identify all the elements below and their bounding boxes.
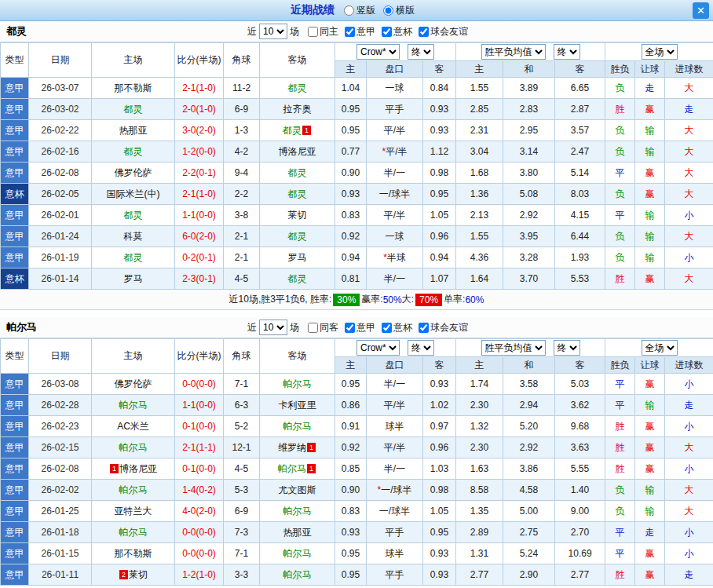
odds-company-select[interactable]: Crow* — [356, 44, 400, 60]
sub-column-header: 和 — [503, 61, 555, 78]
close-icon[interactable]: ✕ — [693, 2, 709, 19]
home-team-cell: 帕尔马 — [92, 480, 175, 501]
home-team-name: 都灵 — [124, 210, 143, 221]
layout-option-vertical[interactable]: 竖版 — [344, 4, 375, 17]
filter-option-3[interactable]: 意杯 — [382, 321, 412, 334]
avg-type-select[interactable]: 胜平负均值 — [481, 44, 546, 60]
handicap-cell: *一/球半 — [367, 480, 423, 501]
match-row: 意甲26-01-24科莫6-0(2-0)2-1都灵0.92一球0.961.553… — [1, 226, 713, 247]
match-count-select[interactable]: 10 — [259, 24, 287, 39]
sub-column-header: 主 — [335, 357, 367, 374]
filter-group: 近10场同主意甲意杯球会友谊 — [245, 24, 468, 39]
home-team-name: 热那亚 — [119, 125, 148, 136]
match-date-cell: 26-01-18 — [29, 522, 92, 543]
horizontal-radio[interactable] — [383, 5, 393, 16]
sub-column-header: 盘口 — [367, 61, 423, 78]
scope-controls: 全场 — [605, 43, 713, 61]
odds-final-select[interactable]: 终 — [408, 340, 434, 356]
odds-final-select[interactable]: 终 — [408, 44, 434, 60]
filter-option-3[interactable]: 意杯 — [382, 25, 412, 38]
team-section-header: 帕尔马近10场同客意甲意杯球会友谊 — [0, 317, 713, 338]
avg-final-select[interactable]: 终 — [554, 340, 580, 356]
avg-type-select[interactable]: 胜平负均值 — [481, 340, 546, 356]
home-odds-cell: 0.91 — [335, 416, 367, 437]
avg-away-cell: 6.65 — [555, 78, 605, 99]
away-team-name: 热那亚 — [283, 527, 312, 538]
filter-option-1[interactable]: 同客 — [308, 321, 338, 334]
page-title: 近期战绩 — [291, 3, 335, 17]
filter-checkbox[interactable] — [345, 323, 355, 333]
away-odds-cell: 0.93 — [423, 543, 456, 564]
match-date-cell: 26-03-07 — [29, 78, 92, 99]
filter-group: 近10场同客意甲意杯球会友谊 — [245, 320, 468, 335]
match-date-cell: 26-03-08 — [29, 374, 92, 395]
match-date-cell: 26-02-01 — [29, 205, 92, 226]
result-cell: 负 — [605, 120, 635, 141]
home-team-name: 帕尔马 — [119, 400, 148, 411]
team-section-header: 都灵近10场同主意甲意杯球会友谊 — [0, 21, 713, 42]
home-team-name: 博洛尼亚 — [119, 463, 157, 474]
filter-checkbox[interactable] — [345, 27, 355, 37]
avg-draw-cell: 3.95 — [503, 226, 555, 247]
summary-segment: 60% — [465, 294, 484, 305]
avg-home-cell: 2.30 — [456, 437, 503, 458]
filter-checkbox[interactable] — [419, 323, 429, 333]
handicap-result-cell: 走 — [635, 78, 665, 99]
filter-checkbox[interactable] — [308, 27, 318, 37]
home-team-cell: 都灵 — [92, 205, 175, 226]
avg-home-cell: 1.74 — [456, 374, 503, 395]
league-type-cell: 意甲 — [1, 437, 29, 458]
filter-option-1[interactable]: 同主 — [308, 25, 338, 38]
handicap-cell: 球半 — [367, 543, 423, 564]
filter-option-2[interactable]: 意甲 — [345, 25, 375, 38]
column-header: 日期 — [29, 43, 92, 78]
filter-option-4[interactable]: 球会友谊 — [419, 321, 468, 334]
match-count-select[interactable]: 10 — [259, 320, 287, 335]
sub-column-header: 让球 — [635, 61, 665, 78]
away-odds-cell: 0.97 — [423, 416, 456, 437]
layout-option-horizontal[interactable]: 横版 — [383, 4, 415, 17]
match-date-cell: 26-02-08 — [29, 458, 92, 480]
odds-company-select[interactable]: Crow* — [356, 340, 400, 356]
avg-final-select[interactable]: 终 — [554, 44, 580, 60]
filter-checkbox[interactable] — [308, 323, 318, 333]
home-team-cell: 都灵 — [92, 99, 175, 120]
scope-select[interactable]: 全场 — [642, 44, 678, 60]
league-type-cell: 意杯 — [1, 184, 29, 205]
match-row: 意甲26-02-16都灵1-2(0-0)4-2博洛尼亚0.77*平/半1.123… — [1, 141, 713, 163]
goals-result-cell: 小 — [665, 416, 713, 437]
games-label: 场 — [290, 321, 299, 334]
score-cell: 4-0(2-0) — [175, 501, 224, 522]
filter-checkbox[interactable] — [382, 27, 392, 37]
avg-home-cell: 2.89 — [456, 522, 503, 543]
handicap-cell: 平/半 — [367, 120, 423, 141]
handicap-cell: *平/半 — [367, 141, 423, 163]
away-odds-cell: 0.93 — [423, 99, 456, 120]
away-team-name: 都灵 — [283, 125, 302, 136]
goals-result-cell: 大 — [665, 78, 713, 99]
corner-cell: 12-1 — [224, 437, 260, 458]
handicap-cell: 平/半 — [367, 395, 423, 416]
league-type-cell: 意甲 — [1, 564, 29, 586]
filter-checkbox[interactable] — [419, 27, 429, 37]
avg-away-cell: 5.14 — [555, 163, 605, 184]
result-cell: 胜 — [605, 268, 635, 290]
filter-checkbox[interactable] — [382, 323, 392, 333]
filter-option-2[interactable]: 意甲 — [345, 321, 375, 334]
away-team-name: 帕尔马 — [283, 506, 312, 517]
filter-option-4[interactable]: 球会友谊 — [419, 25, 468, 38]
handicap-result-cell: 赢 — [635, 268, 665, 290]
vertical-radio[interactable] — [344, 5, 354, 16]
avg-draw-cell: 5.00 — [503, 501, 555, 522]
home-odds-cell: 0.95 — [335, 374, 367, 395]
avg-home-cell: 1.32 — [456, 416, 503, 437]
sub-column-header: 盘口 — [367, 357, 423, 374]
handicap-cell: 半/一 — [367, 163, 423, 184]
avg-home-cell: 1.63 — [456, 458, 503, 480]
filter-checkbox-label: 球会友谊 — [430, 321, 468, 334]
column-header: 角球 — [224, 339, 260, 374]
league-type-cell: 意甲 — [1, 416, 29, 437]
away-team-name: 维罗纳 — [278, 442, 306, 453]
scope-select[interactable]: 全场 — [642, 340, 678, 356]
avg-home-cell: 1.68 — [456, 163, 503, 184]
